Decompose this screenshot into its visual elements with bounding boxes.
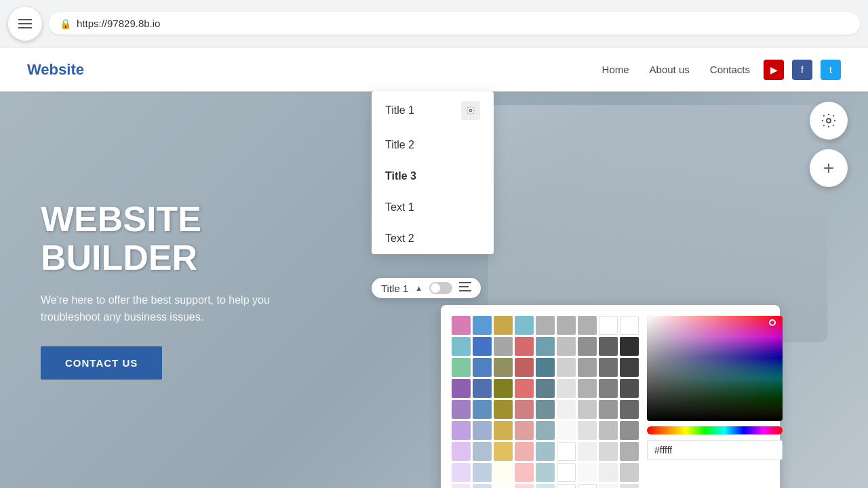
youtube-icon[interactable]: ▶: [764, 60, 784, 80]
menu-button[interactable]: [8, 7, 42, 41]
color-swatch[interactable]: [473, 337, 492, 356]
color-swatch[interactable]: [557, 358, 576, 377]
dropdown-item-title2[interactable]: Title 2: [372, 129, 494, 161]
color-swatch[interactable]: [536, 442, 555, 461]
color-swatch[interactable]: [599, 358, 618, 377]
color-swatch[interactable]: [515, 400, 534, 419]
color-swatch[interactable]: [452, 379, 471, 398]
color-swatch[interactable]: [494, 442, 513, 461]
color-swatch[interactable]: [557, 421, 576, 440]
color-swatch[interactable]: [599, 316, 618, 335]
color-swatch[interactable]: [473, 316, 492, 335]
color-swatch[interactable]: [578, 379, 597, 398]
color-swatch[interactable]: [452, 337, 471, 356]
color-swatch[interactable]: [578, 337, 597, 356]
color-swatch[interactable]: [494, 337, 513, 356]
dropdown-item-title1[interactable]: Title 1: [372, 92, 494, 129]
dropdown-item-text2[interactable]: Text 2: [372, 223, 494, 254]
color-swatch[interactable]: [578, 400, 597, 419]
facebook-icon[interactable]: f: [792, 60, 812, 80]
color-swatch[interactable]: [473, 358, 492, 377]
dropdown-settings-icon[interactable]: [461, 101, 480, 120]
color-swatch[interactable]: [620, 421, 639, 440]
nav-home[interactable]: Home: [602, 64, 629, 75]
color-swatch[interactable]: [578, 442, 597, 461]
color-swatch[interactable]: [536, 379, 555, 398]
color-swatch[interactable]: [599, 337, 618, 356]
color-swatch[interactable]: [620, 463, 639, 482]
color-swatch[interactable]: [557, 400, 576, 419]
color-swatch[interactable]: [599, 421, 618, 440]
color-swatch[interactable]: [536, 421, 555, 440]
color-swatch[interactable]: [515, 358, 534, 377]
color-swatch[interactable]: [473, 421, 492, 440]
color-swatch[interactable]: [620, 379, 639, 398]
dropdown-item-text1[interactable]: Text 1: [372, 192, 494, 223]
nav-about[interactable]: About us: [650, 64, 690, 75]
color-swatch[interactable]: [620, 358, 639, 377]
address-bar[interactable]: 🔒 https://97829.8b.io: [49, 12, 860, 35]
color-swatch[interactable]: [578, 421, 597, 440]
color-swatch[interactable]: [557, 442, 576, 461]
color-swatch[interactable]: [494, 463, 513, 482]
color-hue-strip[interactable]: [647, 426, 783, 434]
toolbar-align-icon[interactable]: [459, 282, 471, 294]
color-swatch[interactable]: [452, 463, 471, 482]
color-swatch[interactable]: [557, 316, 576, 335]
color-swatch[interactable]: [536, 337, 555, 356]
color-swatch[interactable]: [515, 316, 534, 335]
color-swatch[interactable]: [578, 316, 597, 335]
color-swatch[interactable]: [557, 463, 576, 482]
color-swatch[interactable]: [494, 379, 513, 398]
color-swatch[interactable]: [452, 316, 471, 335]
color-swatch[interactable]: [515, 337, 534, 356]
color-swatch[interactable]: [536, 316, 555, 335]
color-swatch[interactable]: [452, 358, 471, 377]
color-swatch[interactable]: [557, 484, 576, 488]
color-swatch[interactable]: [620, 337, 639, 356]
fab-add-button[interactable]: +: [810, 149, 848, 187]
nav-contacts[interactable]: Contacts: [710, 64, 750, 75]
dropdown-item-title3[interactable]: Title 3: [372, 161, 494, 192]
color-swatch[interactable]: [599, 484, 618, 488]
color-swatch[interactable]: [620, 484, 639, 488]
color-swatch[interactable]: [452, 442, 471, 461]
color-swatch[interactable]: [536, 484, 555, 488]
color-swatch[interactable]: [578, 463, 597, 482]
spectrum-gradient[interactable]: [647, 316, 783, 421]
color-swatch[interactable]: [599, 442, 618, 461]
color-swatch[interactable]: [494, 484, 513, 488]
color-swatch[interactable]: [515, 379, 534, 398]
color-swatch[interactable]: [536, 358, 555, 377]
contact-us-button[interactable]: CONTACT US: [41, 346, 162, 380]
color-swatch[interactable]: [515, 484, 534, 488]
color-swatch[interactable]: [620, 316, 639, 335]
color-swatch[interactable]: [620, 400, 639, 419]
color-swatch[interactable]: [599, 379, 618, 398]
color-swatch[interactable]: [473, 442, 492, 461]
color-swatch[interactable]: [494, 316, 513, 335]
color-swatch[interactable]: [536, 400, 555, 419]
color-swatch[interactable]: [515, 421, 534, 440]
color-swatch[interactable]: [452, 400, 471, 419]
color-swatch[interactable]: [557, 337, 576, 356]
color-swatch[interactable]: [620, 442, 639, 461]
color-swatch[interactable]: [557, 379, 576, 398]
color-swatch[interactable]: [473, 400, 492, 419]
color-swatch[interactable]: [599, 463, 618, 482]
toolbar-toggle[interactable]: [429, 282, 452, 294]
color-swatch[interactable]: [515, 463, 534, 482]
color-swatch[interactable]: [494, 400, 513, 419]
fab-settings-button[interactable]: [810, 102, 848, 140]
color-swatch[interactable]: [452, 484, 471, 488]
color-swatch[interactable]: [536, 463, 555, 482]
color-swatch[interactable]: [473, 379, 492, 398]
color-swatch[interactable]: [473, 463, 492, 482]
color-swatch[interactable]: [578, 484, 597, 488]
twitter-icon[interactable]: t: [821, 60, 841, 80]
color-hex-input[interactable]: [647, 440, 783, 460]
color-swatch[interactable]: [578, 358, 597, 377]
color-swatch[interactable]: [494, 421, 513, 440]
color-swatch[interactable]: [599, 400, 618, 419]
color-swatch[interactable]: [494, 358, 513, 377]
